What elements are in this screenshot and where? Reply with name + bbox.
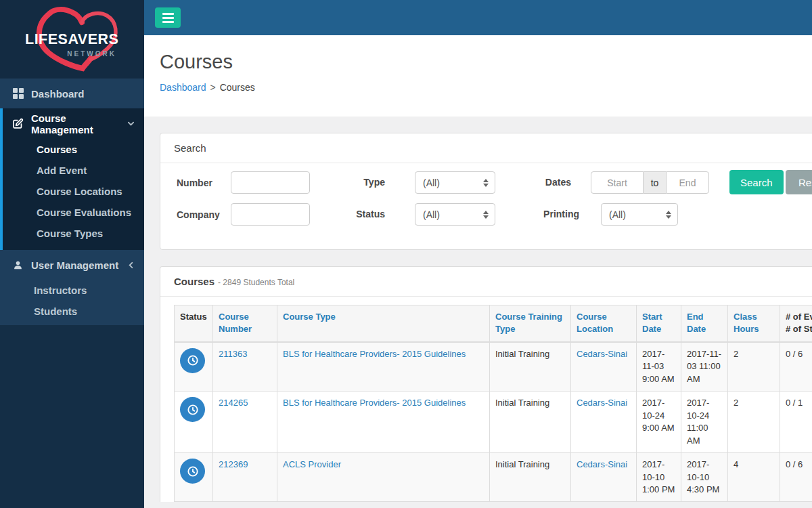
clock-status-icon[interactable] [180,348,205,373]
printing-label: Printing [505,203,579,226]
brand-tagline: NETWORK [64,50,116,58]
company-input[interactable] [231,203,310,226]
chevron-down-icon [127,120,135,128]
header-course-number[interactable]: Course Number [213,305,277,342]
header-class-hours[interactable]: Class Hours [728,305,780,342]
status-cell [175,342,213,391]
search-button[interactable]: Search [729,170,784,194]
sidebar-item-course-evaluations[interactable]: Course Evaluations [3,202,144,223]
header-course-training-type[interactable]: Course Training Type [490,305,571,342]
course-number-link[interactable]: 211363 [219,349,247,359]
sidebar-item-students[interactable]: Students [0,301,144,322]
header-status: Status [175,305,213,342]
breadcrumb-current: Courses [220,82,255,93]
page-title: Courses [160,51,812,73]
sidebar-item-label: Dashboard [31,88,135,100]
start-date-cell: 2017-10-24 9:00 AM [637,391,681,453]
dates-label: Dates [497,171,571,194]
breadcrumb-separator: > [210,82,216,93]
clock-status-icon[interactable] [180,459,205,484]
class-hours-cell: 2 [728,391,780,453]
sidebar-item-user-management[interactable]: User Management [0,250,144,280]
number-input[interactable] [231,171,310,194]
course-number-cell: 212369 [213,453,277,502]
select-stepper-icon [483,179,489,187]
course-management-subnav: Courses Add Event Course Locations Cours… [3,139,144,244]
page-header: Courses Dashboard>Courses [144,35,812,117]
courses-panel: Courses- 2849 Students Total Status Cour… [160,266,812,502]
edit-icon [12,118,24,129]
user-management-subnav: Instructors Students [0,280,144,322]
status-select[interactable]: (All) [415,203,495,226]
hamburger-icon [162,13,174,23]
header-evaluations-students: # of Evaluations # of Students [780,305,812,342]
search-panel-heading: Search [160,133,812,163]
header-end-date[interactable]: End Date [681,305,728,342]
brand-name: LIFESAVERS [25,31,118,48]
breadcrumb-dashboard-link[interactable]: Dashboard [160,82,206,93]
course-type-link[interactable]: BLS for Healthcare Providers- 2015 Guide… [283,349,466,359]
breadcrumb: Dashboard>Courses [160,82,812,93]
grid-icon [12,88,24,100]
dates-range-group: to [591,171,709,194]
courses-panel-subtitle: - 2849 Students Total [218,278,294,287]
sidebar-item-dashboard[interactable]: Dashboard [0,78,144,108]
sidebar-item-course-types[interactable]: Course Types [3,223,144,244]
sidebar-item-course-management[interactable]: Course Management [3,108,144,139]
printing-select[interactable]: (All) [601,203,678,226]
content-area: Search Number Type (All) Dates to [144,117,812,502]
search-form: Number Type (All) Dates to Search [160,163,812,249]
clock-status-icon[interactable] [180,397,205,422]
location-link[interactable]: Cedars-Sinai [577,398,627,408]
sidebar-item-instructors[interactable]: Instructors [0,280,144,301]
courses-table: Status Course Number Course Type Course … [174,305,812,502]
number-label: Number [177,177,212,188]
header-start-date[interactable]: Start Date [637,305,681,342]
select-stepper-icon [483,211,489,219]
main-content: Courses Dashboard>Courses Search Number … [144,35,812,508]
user-icon [12,259,24,271]
course-number-link[interactable]: 214265 [219,398,248,408]
dates-to-label: to [644,171,666,194]
header-course-type[interactable]: Course Type [277,305,490,342]
status-label: Status [311,203,385,226]
start-date-cell: 2017-10-10 1:00 PM [637,453,681,502]
menu-toggle-button[interactable] [155,7,181,28]
course-type-link[interactable]: ACLS Provider [283,459,341,469]
course-number-cell: 211363 [213,342,277,391]
course-number-link[interactable]: 212369 [219,459,248,469]
location-cell: Cedars-Sinai [571,391,637,453]
table-row: 214265 BLS for Healthcare Providers- 201… [175,391,812,453]
location-cell: Cedars-Sinai [571,342,637,391]
start-date-input[interactable] [591,171,644,194]
sidebar-item-add-event[interactable]: Add Event [3,160,144,181]
status-cell [175,453,213,502]
sidebar-item-courses[interactable]: Courses [3,139,144,160]
training-type-cell: Initial Training [490,342,571,391]
sidebar-item-course-locations[interactable]: Course Locations [3,181,144,202]
end-date-input[interactable] [666,171,709,194]
sidebar-section-user-management: User Management Instructors Students [0,250,144,325]
brand-logo[interactable]: LIFESAVERS NETWORK [0,0,144,78]
header-course-location[interactable]: Course Location [571,305,637,342]
search-panel: Search Number Type (All) Dates to [160,133,812,250]
app-root: LIFESAVERS NETWORK Dashboard Course Mana… [0,0,812,508]
company-label: Company [177,209,220,220]
location-link[interactable]: Cedars-Sinai [577,349,627,359]
type-select[interactable]: (All) [415,171,495,194]
chevron-left-icon [127,261,135,269]
course-type-cell: ACLS Provider [277,453,490,502]
course-type-link[interactable]: BLS for Healthcare Providers- 2015 Guide… [283,398,466,408]
reset-button[interactable]: Reset [786,170,812,194]
topbar [144,0,812,35]
courses-table-wrap: Status Course Number Course Type Course … [160,297,812,502]
training-type-cell: Initial Training [490,391,571,453]
status-cell [175,391,213,453]
location-cell: Cedars-Sinai [571,453,637,502]
courses-panel-title: Courses [174,276,215,287]
table-header-row: Status Course Number Course Type Course … [175,305,812,342]
sidebar-item-label: User Management [31,259,127,271]
evals-cell: 0 / 6 [780,453,812,502]
course-type-cell: BLS for Healthcare Providers- 2015 Guide… [277,391,490,453]
location-link[interactable]: Cedars-Sinai [577,459,627,469]
